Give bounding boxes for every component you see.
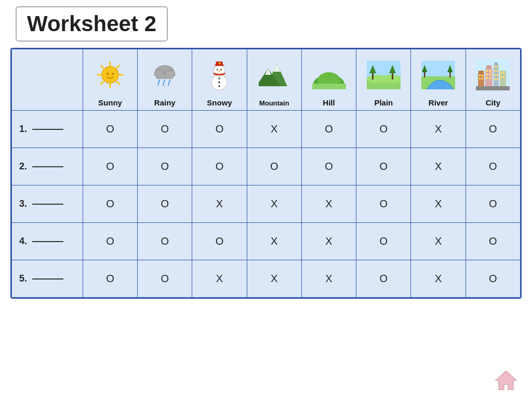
svg-line-7 (117, 66, 119, 68)
svg-point-27 (218, 81, 220, 83)
header-river: River (411, 49, 466, 111)
svg-point-28 (218, 85, 220, 87)
row-1-rainy: O (138, 111, 192, 148)
svg-line-17 (168, 80, 170, 85)
row-1-plain: O (356, 111, 411, 148)
col-plain-label: Plain (374, 98, 393, 107)
svg-point-23 (217, 69, 218, 70)
svg-rect-78 (500, 76, 502, 78)
svg-point-26 (218, 77, 220, 79)
svg-rect-14 (156, 75, 173, 79)
svg-rect-72 (497, 74, 498, 76)
col-river-label: River (429, 98, 448, 107)
row-4-hill: X (301, 223, 356, 260)
row-3-sunny: O (83, 185, 137, 223)
row-4-label[interactable]: 4. (12, 223, 83, 260)
svg-rect-69 (494, 70, 496, 72)
svg-rect-67 (494, 65, 496, 68)
svg-point-0 (102, 66, 118, 83)
row-1-river: X (411, 111, 466, 148)
svg-rect-60 (489, 70, 491, 72)
svg-rect-65 (494, 64, 499, 88)
svg-rect-77 (503, 72, 504, 74)
col-mountain-label: Mountain (259, 99, 289, 107)
svg-point-24 (220, 69, 222, 70)
col-hill-label: Hill (323, 98, 335, 107)
svg-rect-73 (494, 78, 496, 80)
row-3-hill: X (301, 185, 356, 223)
row-5-plain: O (356, 260, 411, 298)
row-3-rainy: O (138, 185, 192, 223)
row-2-river: X (411, 148, 466, 185)
row-4-sunny: O (83, 223, 137, 260)
col-rainy-label: Rainy (154, 98, 176, 107)
svg-rect-76 (500, 72, 502, 74)
row-4-mountain: X (247, 223, 301, 260)
row-4-river: X (411, 223, 466, 260)
header-snowy: ★ (192, 49, 247, 111)
svg-rect-42 (392, 72, 393, 79)
row-4-snowy: O (192, 223, 247, 260)
row-1-snowy: O (192, 111, 247, 148)
col-sunny-label: Sunny (98, 98, 122, 107)
header-label-col (12, 49, 83, 111)
row-2-hill: O (301, 148, 356, 185)
svg-rect-63 (486, 77, 488, 79)
svg-rect-54 (482, 75, 483, 76)
row-5-label[interactable]: 5. (12, 260, 83, 298)
home-icon[interactable] (495, 369, 517, 392)
header-city: City (466, 49, 520, 111)
row-5-mountain: X (247, 260, 301, 298)
row-1-sunny: O (83, 111, 137, 148)
svg-line-5 (101, 66, 103, 68)
header-hill: Hill (301, 49, 356, 111)
title-box: Worksheet 2 (16, 6, 168, 42)
row-3-river: X (411, 185, 466, 223)
svg-line-15 (158, 80, 159, 85)
svg-marker-31 (273, 63, 281, 72)
svg-line-6 (117, 82, 119, 84)
page-title: Worksheet 2 (27, 11, 156, 36)
svg-point-10 (112, 73, 114, 75)
row-5-city: O (466, 260, 520, 298)
row-1-city: O (466, 111, 520, 148)
row-3-label[interactable]: 3. (12, 185, 83, 223)
header-rainy: Rainy (138, 49, 192, 111)
svg-rect-59 (486, 70, 488, 72)
row-3-snowy: X (192, 185, 247, 223)
svg-rect-62 (489, 73, 491, 75)
row-5-snowy: X (192, 260, 247, 298)
svg-rect-80 (476, 86, 510, 90)
row-3-city: O (466, 185, 520, 223)
table-wrapper: Sunny (10, 48, 522, 299)
row-4-plain: O (356, 223, 411, 260)
row-1-hill: O (301, 111, 356, 148)
svg-point-9 (107, 73, 109, 75)
row-2-label[interactable]: 2. (12, 148, 83, 185)
svg-line-16 (163, 80, 165, 85)
svg-rect-79 (503, 76, 504, 78)
row-2-city: O (466, 148, 520, 185)
svg-rect-71 (494, 74, 496, 76)
svg-rect-52 (478, 71, 484, 74)
row-2-mountain: O (247, 148, 301, 185)
row-3-mountain: X (247, 185, 301, 223)
svg-rect-51 (478, 74, 484, 88)
svg-rect-61 (486, 73, 488, 75)
row-5-sunny: O (83, 260, 137, 298)
col-snowy-label: Snowy (207, 98, 232, 107)
svg-line-8 (101, 82, 103, 84)
svg-rect-58 (486, 65, 491, 69)
row-5-hill: X (301, 260, 356, 298)
svg-rect-55 (479, 78, 481, 79)
svg-rect-70 (497, 70, 498, 72)
svg-marker-81 (496, 371, 516, 390)
row-4-rainy: O (138, 223, 192, 260)
header-sunny: Sunny (83, 49, 137, 111)
header-plain: Plain (356, 49, 411, 111)
header-mountain: Mountain (247, 49, 301, 111)
row-2-plain: O (356, 148, 411, 185)
row-1-label[interactable]: 1. (12, 111, 83, 148)
svg-rect-56 (482, 78, 483, 79)
row-5-river: X (411, 260, 466, 298)
